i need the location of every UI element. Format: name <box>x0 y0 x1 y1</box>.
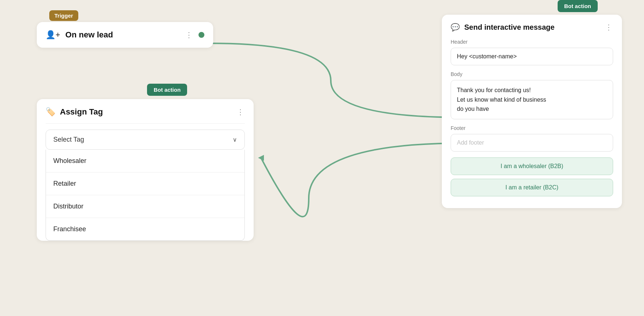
trigger-card: 👤+ On new lead ⋮ <box>37 22 213 48</box>
tag-option-franchisee[interactable]: Franchisee <box>46 218 244 240</box>
assign-tag-menu-button[interactable]: ⋮ <box>237 108 245 116</box>
assign-tag-card: 🏷️ Assign Tag ⋮ Select Tag ∨ Wholesaler … <box>37 99 254 241</box>
body-field-label: Body <box>451 71 613 77</box>
retailer-button[interactable]: I am a retailer (B2C) <box>451 179 613 196</box>
interactive-message-title: Send interactive message <box>464 23 601 32</box>
select-tag-label: Select Tag <box>53 136 84 144</box>
trigger-badge: Trigger <box>49 10 78 21</box>
assign-tag-icon: 🏷️ <box>46 107 56 117</box>
trigger-icon: 👤+ <box>46 30 60 40</box>
interactive-message-card: 💬 Send interactive message ⋮ Header Hey … <box>442 15 622 208</box>
interactive-message-menu-button[interactable]: ⋮ <box>605 23 613 32</box>
trigger-menu-button[interactable]: ⋮ <box>185 30 193 39</box>
tag-option-distributor[interactable]: Distributor <box>46 195 244 218</box>
chevron-down-icon: ∨ <box>233 136 237 143</box>
message-icon: 💬 <box>451 23 460 32</box>
bot-action-badge-left: Bot action <box>147 84 187 96</box>
svg-marker-1 <box>258 155 264 161</box>
interactive-message-header-row: 💬 Send interactive message ⋮ <box>451 23 613 32</box>
tag-option-wholesaler[interactable]: Wholesaler <box>46 150 244 172</box>
trigger-connector-dot <box>198 32 204 38</box>
bot-action-badge-right: Bot action <box>558 0 598 12</box>
header-field-value: Hey <customer-name> <box>451 48 613 65</box>
wholesaler-button[interactable]: I am a wholesaler (B2B) <box>451 157 613 175</box>
assign-tag-header: 🏷️ Assign Tag ⋮ <box>46 107 245 124</box>
trigger-label: On new lead <box>65 30 180 40</box>
footer-field-label: Footer <box>451 125 613 131</box>
tag-options-list: Wholesaler Retailer Distributor Franchis… <box>46 150 245 241</box>
select-tag-dropdown[interactable]: Select Tag ∨ <box>46 130 245 150</box>
footer-field-placeholder[interactable]: Add footer <box>451 134 613 152</box>
assign-tag-label: Assign Tag <box>60 107 232 117</box>
tag-option-retailer[interactable]: Retailer <box>46 172 244 195</box>
header-field-label: Header <box>451 39 613 45</box>
body-field-value: Thank you for contacting us! Let us know… <box>451 80 613 119</box>
